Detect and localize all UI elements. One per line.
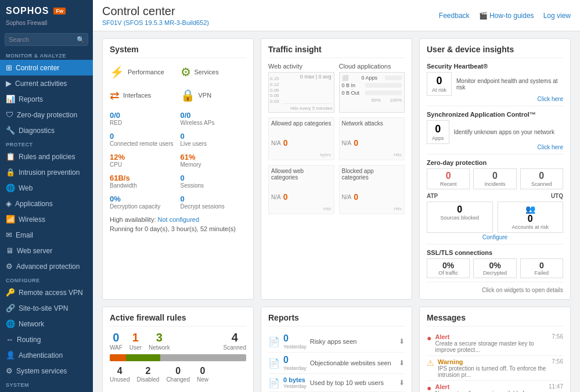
interfaces-item[interactable]: ⇄ Interfaces	[110, 86, 176, 105]
report-download-0[interactable]: ⬇	[399, 337, 405, 346]
allowed-app-cats-label: Allowed app categories	[271, 120, 332, 127]
how-to-link[interactable]: 🎬 How-to guides	[479, 12, 534, 20]
search-input[interactable]	[5, 33, 88, 46]
live-stat: 0 Live users	[181, 130, 247, 149]
heartbeat-click-here[interactable]: Click here	[427, 96, 563, 102]
zero-day-icon: 🛡	[6, 110, 13, 119]
fw-scanned-item: 4 Scanned	[224, 331, 246, 351]
sidebar-item-rules[interactable]: 📋 Rules and policies	[0, 149, 93, 164]
blocked-app-axis: Hits	[361, 206, 402, 211]
sidebar-item-site-vpn[interactable]: 🔗 Site-to-site VPN	[0, 300, 93, 316]
current-activities-icon: ▶	[6, 79, 12, 88]
fw-scanned-label: Scanned	[224, 344, 246, 351]
main-area: Control center SF01V (SFOS 19.5.3 MR-3-B…	[93, 0, 580, 392]
sync-num-box: 0 Apps	[427, 120, 449, 144]
web-icon: 🌐	[6, 184, 15, 192]
sidebar-item-label: Rules and policies	[19, 153, 75, 161]
bandwidth-val: 61B/s	[110, 174, 176, 182]
blocked-app-cats-chart[interactable]: Blocked app categories N/A 0 Hits	[339, 165, 405, 214]
cloud-apps-chart[interactable]: ⬜ 0 Apps 0 B In 0 B Out	[339, 72, 405, 113]
ssl-traffic-box: 0% Of traffic	[427, 258, 470, 278]
allowed-web-cats-body: N/A 0 Hits	[271, 182, 332, 211]
msg-title-0: Alert	[435, 333, 548, 340]
wireless-icon: 📶	[6, 215, 15, 224]
sidebar-item-advanced[interactable]: ⚙ Advanced protection	[0, 258, 93, 274]
sidebar-item-web[interactable]: 🌐 Web	[0, 180, 93, 196]
sync-num: 0	[432, 123, 444, 135]
msg-title-2: Alert	[435, 383, 545, 390]
performance-item[interactable]: ⚡ Performance	[110, 63, 176, 81]
fw-disabled-item: 2 Disabled	[136, 366, 159, 383]
sidebar-item-sophos-central[interactable]: ☁ Sophos Central	[0, 389, 93, 392]
allowed-app-cats-body: N/A 0 bytes	[271, 128, 332, 157]
sidebar-item-label: Site-to-site VPN	[19, 304, 68, 312]
sidebar-item-network[interactable]: 🌐 Network	[0, 316, 93, 332]
report-item-1: 📄 0 Yesterday Objectionable websites see…	[268, 353, 405, 374]
utq-label: UTQ	[551, 193, 563, 199]
sidebar-item-authentication[interactable]: 👤 Authentication	[0, 347, 93, 363]
insights-title: User & device insights	[427, 45, 563, 58]
sidebar-item-routing[interactable]: ↔ Routing	[0, 332, 93, 347]
fw-unused-num: 4	[110, 366, 129, 376]
sidebar-item-reports[interactable]: 📊 Reports	[0, 91, 93, 107]
fw-waf-num: 0	[110, 331, 123, 344]
allowed-web-cats-chart[interactable]: Allowed web categories N/A 0 Hits	[268, 165, 334, 214]
sidebar-item-web-server[interactable]: 🖥 Web server	[0, 243, 93, 258]
msg-content-1: Warning IPS protection is turned off. To…	[438, 358, 549, 378]
memory-val: 61%	[181, 153, 247, 161]
heartbeat-title: Security Heartbeat®	[427, 63, 563, 70]
sidebar-item-control-center[interactable]: ⊞ Control center	[0, 60, 93, 75]
sidebar-item-applications[interactable]: ◈ Applications	[0, 196, 93, 211]
fw-waf-item: 0 WAF	[110, 331, 123, 351]
sidebar-item-zero-day[interactable]: 🛡 Zero-day protection	[0, 107, 93, 123]
services-item[interactable]: ⚙ Services	[181, 63, 247, 81]
sidebar-item-remote-vpn[interactable]: 🔑 Remote access VPN	[0, 285, 93, 300]
zdp-incidents-box: 0 Incidents	[473, 168, 516, 189]
ssl-row: 0% Of traffic 0% Decrypted 0 Failed	[427, 258, 563, 278]
sidebar-item-email[interactable]: ✉ Email	[0, 227, 93, 243]
sidebar-item-diagnostics[interactable]: 🔧 Diagnostics	[0, 123, 93, 138]
routing-icon: ↔	[6, 335, 13, 344]
utq-accounts-num: 0	[500, 214, 561, 224]
ssl-failed-label: Failed	[524, 270, 559, 276]
intrusion-icon: 🔒	[6, 168, 15, 177]
live-val: 0	[181, 132, 247, 141]
configure-link[interactable]: Configure	[427, 234, 563, 240]
sidebar-item-intrusion[interactable]: 🔒 Intrusion prevention	[0, 164, 93, 180]
network-icon: 🌐	[6, 319, 15, 328]
vpn-item[interactable]: 🔒 VPN	[181, 86, 247, 105]
authentication-icon: 👤	[6, 351, 15, 359]
sidebar-search-container: 🔍	[5, 33, 88, 46]
sidebar-item-label: Advanced protection	[16, 262, 80, 271]
sidebar-item-label: Diagnostics	[19, 127, 55, 135]
allowed-app-cats-chart[interactable]: Allowed app categories N/A 0 bytes	[268, 117, 334, 160]
sidebar-item-current-activities[interactable]: ▶ Current activities	[0, 75, 93, 91]
report-download-1[interactable]: ⬇	[399, 359, 405, 367]
sub-charts: Allowed app categories N/A 0 bytes Netwo…	[268, 117, 405, 214]
fw-numbers: 0 WAF 1 User 3 Network 4 Scanned	[110, 331, 246, 351]
ha-link[interactable]: Not configured	[158, 216, 200, 223]
atp-utq-labels: ATP UTQ	[427, 193, 563, 199]
sidebar-item-system-services[interactable]: ⚙ System services	[0, 363, 93, 379]
allowed-web-axis: Hits	[290, 206, 331, 211]
log-view-link[interactable]: Log view	[543, 12, 571, 20]
web-activity-label: Web activity	[268, 63, 334, 70]
advanced-icon: ⚙	[6, 262, 13, 271]
traffic-grid: Web activity 0 max | 0 avg 0.150.120.090…	[268, 63, 405, 113]
sidebar-item-wireless[interactable]: 📶 Wireless	[0, 211, 93, 227]
traffic-title: Traffic insight	[268, 45, 405, 58]
network-attacks-label: Network attacks	[342, 120, 402, 127]
fw-changed-label: Changed	[166, 376, 190, 383]
section-monitor: MONITOR & ANALYZE	[0, 49, 93, 60]
feedback-link[interactable]: Feedback	[439, 12, 470, 20]
ssl-title: SSL/TLS connections	[427, 249, 563, 256]
ssl-traffic-label: Of traffic	[431, 270, 466, 276]
web-activity-chart[interactable]: 0 max | 0 avg 0.150.120.090.060.03 Hits …	[268, 72, 334, 113]
network-attacks-chart[interactable]: Network attacks N/A 0 Hits	[339, 117, 405, 160]
sophos-fw-badge: Fw	[53, 8, 66, 15]
sync-click-here[interactable]: Click here	[427, 144, 563, 150]
ssl-decrypted-label: Decrypted	[477, 270, 512, 276]
report-icon-2: 📄	[268, 377, 280, 389]
sessions-label: Sessions	[181, 182, 247, 189]
report-download-2[interactable]: ⬇	[399, 379, 405, 387]
